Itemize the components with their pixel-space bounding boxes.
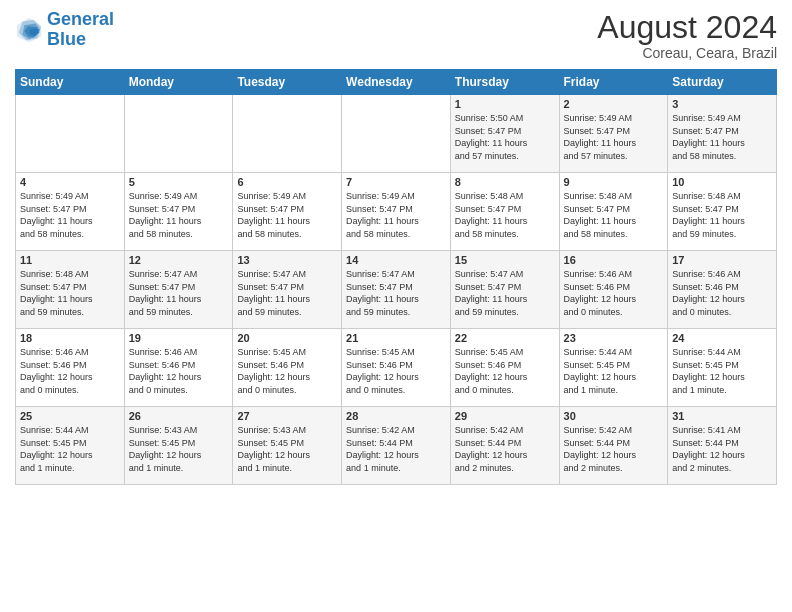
day-number: 12: [129, 254, 229, 266]
day-number: 29: [455, 410, 555, 422]
day-info: Sunrise: 5:45 AM Sunset: 5:46 PM Dayligh…: [237, 346, 337, 396]
day-number: 5: [129, 176, 229, 188]
day-number: 19: [129, 332, 229, 344]
day-number: 16: [564, 254, 664, 266]
weekday-header: Tuesday: [233, 70, 342, 95]
day-number: 8: [455, 176, 555, 188]
calendar-day-cell: 26Sunrise: 5:43 AM Sunset: 5:45 PM Dayli…: [124, 407, 233, 485]
logo-text: General Blue: [47, 10, 114, 50]
day-info: Sunrise: 5:49 AM Sunset: 5:47 PM Dayligh…: [672, 112, 772, 162]
day-info: Sunrise: 5:48 AM Sunset: 5:47 PM Dayligh…: [20, 268, 120, 318]
day-number: 10: [672, 176, 772, 188]
day-info: Sunrise: 5:47 AM Sunset: 5:47 PM Dayligh…: [237, 268, 337, 318]
weekday-header: Thursday: [450, 70, 559, 95]
day-info: Sunrise: 5:44 AM Sunset: 5:45 PM Dayligh…: [672, 346, 772, 396]
day-number: 7: [346, 176, 446, 188]
day-number: 6: [237, 176, 337, 188]
logo: General Blue: [15, 10, 114, 50]
day-number: 20: [237, 332, 337, 344]
calendar-day-cell: 2Sunrise: 5:49 AM Sunset: 5:47 PM Daylig…: [559, 95, 668, 173]
day-info: Sunrise: 5:42 AM Sunset: 5:44 PM Dayligh…: [564, 424, 664, 474]
day-info: Sunrise: 5:44 AM Sunset: 5:45 PM Dayligh…: [564, 346, 664, 396]
day-number: 24: [672, 332, 772, 344]
day-info: Sunrise: 5:44 AM Sunset: 5:45 PM Dayligh…: [20, 424, 120, 474]
calendar-day-cell: 3Sunrise: 5:49 AM Sunset: 5:47 PM Daylig…: [668, 95, 777, 173]
day-info: Sunrise: 5:43 AM Sunset: 5:45 PM Dayligh…: [237, 424, 337, 474]
weekday-header: Wednesday: [342, 70, 451, 95]
day-info: Sunrise: 5:50 AM Sunset: 5:47 PM Dayligh…: [455, 112, 555, 162]
day-number: 21: [346, 332, 446, 344]
calendar-week-row: 1Sunrise: 5:50 AM Sunset: 5:47 PM Daylig…: [16, 95, 777, 173]
calendar-day-cell: 10Sunrise: 5:48 AM Sunset: 5:47 PM Dayli…: [668, 173, 777, 251]
day-info: Sunrise: 5:47 AM Sunset: 5:47 PM Dayligh…: [455, 268, 555, 318]
calendar-day-cell: 6Sunrise: 5:49 AM Sunset: 5:47 PM Daylig…: [233, 173, 342, 251]
calendar-day-cell: 15Sunrise: 5:47 AM Sunset: 5:47 PM Dayli…: [450, 251, 559, 329]
day-info: Sunrise: 5:48 AM Sunset: 5:47 PM Dayligh…: [564, 190, 664, 240]
calendar-day-cell: 16Sunrise: 5:46 AM Sunset: 5:46 PM Dayli…: [559, 251, 668, 329]
day-info: Sunrise: 5:42 AM Sunset: 5:44 PM Dayligh…: [455, 424, 555, 474]
day-number: 11: [20, 254, 120, 266]
day-info: Sunrise: 5:47 AM Sunset: 5:47 PM Dayligh…: [129, 268, 229, 318]
calendar-day-cell: 31Sunrise: 5:41 AM Sunset: 5:44 PM Dayli…: [668, 407, 777, 485]
day-number: 22: [455, 332, 555, 344]
subtitle: Coreau, Ceara, Brazil: [597, 45, 777, 61]
day-info: Sunrise: 5:42 AM Sunset: 5:44 PM Dayligh…: [346, 424, 446, 474]
calendar-table: SundayMondayTuesdayWednesdayThursdayFrid…: [15, 69, 777, 485]
day-number: 15: [455, 254, 555, 266]
calendar-day-cell: 1Sunrise: 5:50 AM Sunset: 5:47 PM Daylig…: [450, 95, 559, 173]
calendar-day-cell: 8Sunrise: 5:48 AM Sunset: 5:47 PM Daylig…: [450, 173, 559, 251]
calendar-day-cell: 27Sunrise: 5:43 AM Sunset: 5:45 PM Dayli…: [233, 407, 342, 485]
day-info: Sunrise: 5:46 AM Sunset: 5:46 PM Dayligh…: [129, 346, 229, 396]
logo-line1: General: [47, 9, 114, 29]
calendar-week-row: 25Sunrise: 5:44 AM Sunset: 5:45 PM Dayli…: [16, 407, 777, 485]
title-block: August 2024 Coreau, Ceara, Brazil: [597, 10, 777, 61]
calendar-header-row: SundayMondayTuesdayWednesdayThursdayFrid…: [16, 70, 777, 95]
main-title: August 2024: [597, 10, 777, 45]
calendar-day-cell: 19Sunrise: 5:46 AM Sunset: 5:46 PM Dayli…: [124, 329, 233, 407]
logo-line2: Blue: [47, 29, 86, 49]
day-info: Sunrise: 5:41 AM Sunset: 5:44 PM Dayligh…: [672, 424, 772, 474]
calendar-day-cell: 7Sunrise: 5:49 AM Sunset: 5:47 PM Daylig…: [342, 173, 451, 251]
calendar-day-cell: 24Sunrise: 5:44 AM Sunset: 5:45 PM Dayli…: [668, 329, 777, 407]
day-number: 18: [20, 332, 120, 344]
day-info: Sunrise: 5:43 AM Sunset: 5:45 PM Dayligh…: [129, 424, 229, 474]
day-info: Sunrise: 5:46 AM Sunset: 5:46 PM Dayligh…: [672, 268, 772, 318]
calendar-week-row: 4Sunrise: 5:49 AM Sunset: 5:47 PM Daylig…: [16, 173, 777, 251]
day-number: 30: [564, 410, 664, 422]
calendar-day-cell: 4Sunrise: 5:49 AM Sunset: 5:47 PM Daylig…: [16, 173, 125, 251]
calendar-day-cell: 28Sunrise: 5:42 AM Sunset: 5:44 PM Dayli…: [342, 407, 451, 485]
calendar-week-row: 11Sunrise: 5:48 AM Sunset: 5:47 PM Dayli…: [16, 251, 777, 329]
day-info: Sunrise: 5:47 AM Sunset: 5:47 PM Dayligh…: [346, 268, 446, 318]
day-number: 1: [455, 98, 555, 110]
page-container: General Blue August 2024 Coreau, Ceara, …: [0, 0, 792, 612]
day-info: Sunrise: 5:49 AM Sunset: 5:47 PM Dayligh…: [20, 190, 120, 240]
calendar-day-cell: 21Sunrise: 5:45 AM Sunset: 5:46 PM Dayli…: [342, 329, 451, 407]
day-info: Sunrise: 5:49 AM Sunset: 5:47 PM Dayligh…: [129, 190, 229, 240]
weekday-header: Monday: [124, 70, 233, 95]
calendar-day-cell: 14Sunrise: 5:47 AM Sunset: 5:47 PM Dayli…: [342, 251, 451, 329]
day-info: Sunrise: 5:48 AM Sunset: 5:47 PM Dayligh…: [672, 190, 772, 240]
day-number: 14: [346, 254, 446, 266]
calendar-day-cell: 22Sunrise: 5:45 AM Sunset: 5:46 PM Dayli…: [450, 329, 559, 407]
calendar-day-cell: 18Sunrise: 5:46 AM Sunset: 5:46 PM Dayli…: [16, 329, 125, 407]
day-number: 28: [346, 410, 446, 422]
calendar-day-cell: [16, 95, 125, 173]
page-header: General Blue August 2024 Coreau, Ceara, …: [15, 10, 777, 61]
calendar-day-cell: [342, 95, 451, 173]
calendar-day-cell: 30Sunrise: 5:42 AM Sunset: 5:44 PM Dayli…: [559, 407, 668, 485]
calendar-day-cell: 29Sunrise: 5:42 AM Sunset: 5:44 PM Dayli…: [450, 407, 559, 485]
weekday-header: Saturday: [668, 70, 777, 95]
calendar-week-row: 18Sunrise: 5:46 AM Sunset: 5:46 PM Dayli…: [16, 329, 777, 407]
calendar-day-cell: 13Sunrise: 5:47 AM Sunset: 5:47 PM Dayli…: [233, 251, 342, 329]
day-number: 26: [129, 410, 229, 422]
day-number: 31: [672, 410, 772, 422]
day-number: 9: [564, 176, 664, 188]
calendar-day-cell: 9Sunrise: 5:48 AM Sunset: 5:47 PM Daylig…: [559, 173, 668, 251]
day-info: Sunrise: 5:45 AM Sunset: 5:46 PM Dayligh…: [455, 346, 555, 396]
calendar-day-cell: 11Sunrise: 5:48 AM Sunset: 5:47 PM Dayli…: [16, 251, 125, 329]
calendar-day-cell: 20Sunrise: 5:45 AM Sunset: 5:46 PM Dayli…: [233, 329, 342, 407]
day-number: 25: [20, 410, 120, 422]
weekday-header: Friday: [559, 70, 668, 95]
day-info: Sunrise: 5:46 AM Sunset: 5:46 PM Dayligh…: [564, 268, 664, 318]
day-number: 3: [672, 98, 772, 110]
